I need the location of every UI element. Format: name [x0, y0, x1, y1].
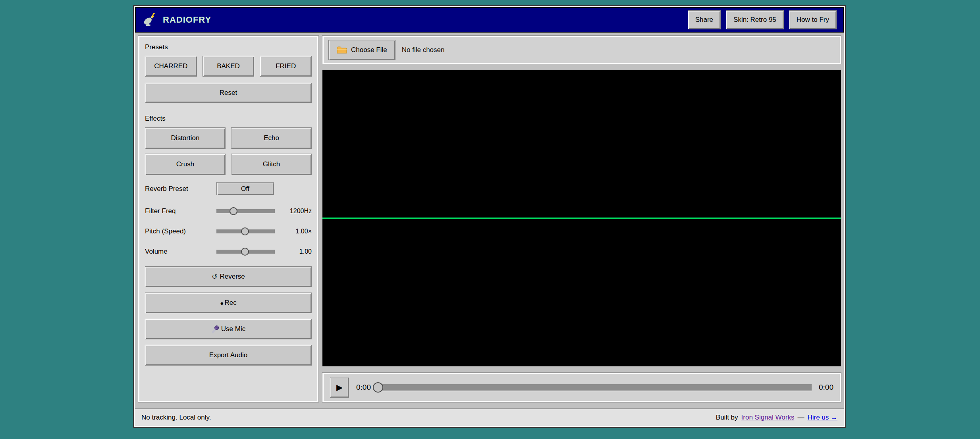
filter-freq-label: Filter Freq [145, 207, 216, 215]
presets-label: Presets [145, 43, 312, 51]
folder-icon [337, 46, 347, 54]
preset-charred-button[interactable]: CHARRED [145, 56, 197, 77]
volume-row: Volume 1.00 [145, 247, 312, 256]
controls-sidebar: Presets CHARRED BAKED FRIED Reset Effect… [138, 36, 318, 402]
record-icon: ● [220, 300, 224, 306]
reverse-button[interactable]: ↺ Reverse [145, 266, 312, 287]
choose-file-button[interactable]: Choose File [328, 40, 395, 60]
built-by-text: Built by [716, 414, 738, 422]
use-mic-button[interactable]: Use Mic [145, 319, 312, 339]
export-audio-button[interactable]: Export Audio [145, 345, 312, 366]
current-time: 0:00 [356, 383, 371, 392]
seek-thumb[interactable] [373, 382, 383, 393]
reverb-preset-label: Reverb Preset [145, 185, 216, 193]
satellite-dish-icon [142, 13, 157, 27]
slider-thumb[interactable] [241, 248, 249, 256]
volume-label: Volume [145, 248, 216, 256]
seek-bar[interactable] [378, 384, 812, 391]
app-title: RADIOFRY [163, 15, 211, 25]
studio-link[interactable]: Iron Signal Works [741, 414, 795, 422]
pitch-row: Pitch (Speed) 1.00× [145, 227, 312, 236]
filter-freq-row: Filter Freq 1200Hz [145, 207, 312, 216]
play-button[interactable]: ▶ [330, 377, 349, 398]
preset-fried-button[interactable]: FRIED [260, 56, 312, 77]
app-window: RADIOFRY Share Skin: Retro 95 How to Fry… [133, 5, 846, 428]
privacy-note: No tracking. Local only. [141, 414, 211, 422]
filter-freq-slider[interactable] [216, 207, 275, 216]
file-status-text: No file chosen [402, 46, 445, 54]
effect-distortion-button[interactable]: Distortion [145, 127, 226, 149]
preset-buttons: CHARRED BAKED FRIED [145, 56, 312, 77]
volume-slider[interactable] [216, 247, 275, 256]
file-chooser-panel: Choose File No file chosen [322, 36, 841, 64]
separator-dash: — [797, 414, 804, 422]
skin-button[interactable]: Skin: Retro 95 [726, 10, 784, 29]
play-icon: ▶ [336, 383, 343, 392]
effect-echo-button[interactable]: Echo [231, 127, 312, 149]
pitch-label: Pitch (Speed) [145, 227, 216, 235]
slider-track[interactable] [216, 209, 275, 213]
volume-value: 1.00 [299, 248, 312, 255]
how-to-fry-button[interactable]: How to Fry [789, 10, 837, 29]
reverb-preset-button[interactable]: Off [216, 182, 274, 195]
waveform-center-line [322, 218, 841, 219]
window-body: Presets CHARRED BAKED FRIED Reset Effect… [135, 33, 844, 408]
effect-buttons: Distortion Echo Crush Glitch [145, 127, 312, 175]
microphone-icon [211, 325, 220, 333]
reverb-preset-row: Reverb Preset Off [145, 182, 312, 195]
pitch-value: 1.00× [296, 228, 312, 235]
titlebar-buttons: Share Skin: Retro 95 How to Fry [688, 10, 837, 29]
preset-baked-button[interactable]: BAKED [203, 56, 255, 77]
waveform-canvas [322, 70, 841, 366]
filter-freq-value: 1200Hz [290, 208, 312, 215]
hire-us-link[interactable]: Hire us → [807, 414, 837, 422]
effects-label: Effects [145, 115, 312, 123]
slider-thumb[interactable] [241, 227, 249, 235]
credits: Built by Iron Signal Works — Hire us → [716, 414, 837, 422]
reset-button[interactable]: Reset [145, 83, 312, 103]
titlebar: RADIOFRY Share Skin: Retro 95 How to Fry [135, 7, 844, 33]
statusbar: No tracking. Local only. Built by Iron S… [135, 408, 844, 426]
effect-crush-button[interactable]: Crush [145, 154, 226, 175]
audio-player: ▶ 0:00 0:00 [322, 373, 841, 402]
effect-glitch-button[interactable]: Glitch [231, 154, 312, 175]
share-button[interactable]: Share [688, 10, 721, 29]
desktop: { "window": { "title": "RADIOFRY", "titl… [0, 0, 980, 439]
pitch-slider[interactable] [216, 227, 275, 236]
slider-thumb[interactable] [230, 207, 237, 215]
reverse-icon: ↺ [212, 273, 217, 281]
duration-time: 0:00 [819, 383, 833, 392]
main-column: Choose File No file chosen ▶ 0:00 0:00 [322, 36, 841, 402]
record-button[interactable]: ● Rec [145, 293, 312, 313]
